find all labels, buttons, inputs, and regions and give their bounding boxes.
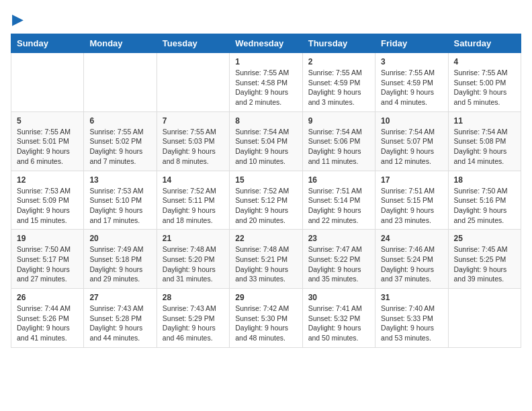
cell-content-line: Sunrise: 7:49 AM bbox=[89, 244, 150, 255]
day-number: 30 bbox=[308, 293, 369, 302]
cell-content-line: Sunset: 5:25 PM bbox=[454, 255, 515, 265]
cell-content-line: Sunset: 5:01 PM bbox=[17, 136, 78, 146]
cell-content-line: Daylight: 9 hours and 22 minutes. bbox=[308, 205, 369, 225]
calendar-cell: 7Sunrise: 7:55 AMSunset: 5:03 PMDaylight… bbox=[157, 111, 229, 171]
cell-content-line: Sunset: 5:00 PM bbox=[454, 78, 515, 88]
cell-content-line: Daylight: 9 hours and 12 minutes. bbox=[381, 146, 442, 166]
cell-content-line: Sunrise: 7:43 AM bbox=[89, 304, 150, 314]
cell-content-line: Sunrise: 7:52 AM bbox=[235, 186, 296, 196]
cell-content-line: Sunset: 5:14 PM bbox=[308, 195, 369, 205]
calendar-cell: 5Sunrise: 7:55 AMSunset: 5:01 PMDaylight… bbox=[11, 111, 84, 171]
cell-content-line: Sunset: 5:33 PM bbox=[381, 314, 442, 324]
calendar-cell bbox=[84, 53, 157, 112]
cell-content-line: Sunrise: 7:52 AM bbox=[163, 186, 224, 196]
day-number: 17 bbox=[381, 175, 442, 185]
cell-content-line: Sunrise: 7:55 AM bbox=[89, 127, 150, 137]
calendar-cell: 2Sunrise: 7:55 AMSunset: 4:59 PMDaylight… bbox=[302, 53, 375, 112]
cell-content-line: Daylight: 9 hours and 15 minutes. bbox=[17, 205, 78, 225]
cell-content-line: Sunset: 5:06 PM bbox=[308, 136, 369, 146]
day-of-week-header: Sunday bbox=[11, 34, 84, 53]
cell-content-line: Sunset: 5:26 PM bbox=[17, 314, 78, 324]
day-number: 2 bbox=[308, 57, 369, 66]
cell-content-line: Sunset: 5:17 PM bbox=[17, 255, 78, 265]
cell-content-line: Sunset: 5:28 PM bbox=[89, 314, 150, 324]
cell-content-line: Daylight: 9 hours and 35 minutes. bbox=[308, 265, 369, 284]
cell-content-line: Sunrise: 7:40 AM bbox=[381, 304, 442, 314]
logo-bird-icon: ▶ bbox=[12, 11, 24, 28]
cell-content-line: Sunrise: 7:54 AM bbox=[308, 127, 369, 137]
day-number: 31 bbox=[381, 293, 442, 302]
cell-content-line: Sunset: 5:18 PM bbox=[89, 255, 150, 265]
calendar-cell: 24Sunrise: 7:46 AMSunset: 5:24 PMDayligh… bbox=[375, 230, 448, 289]
cell-content-line: Sunrise: 7:54 AM bbox=[235, 127, 296, 137]
day-number: 20 bbox=[89, 234, 150, 243]
day-number: 11 bbox=[454, 116, 515, 126]
cell-content-line: Sunset: 5:29 PM bbox=[163, 314, 224, 324]
calendar-cell: 4Sunrise: 7:55 AMSunset: 5:00 PMDaylight… bbox=[448, 53, 521, 112]
day-of-week-header: Thursday bbox=[302, 34, 375, 53]
day-number: 16 bbox=[308, 175, 369, 185]
day-of-week-header: Tuesday bbox=[157, 34, 229, 53]
day-number: 5 bbox=[17, 116, 78, 126]
cell-content-line: Daylight: 9 hours and 48 minutes. bbox=[235, 323, 296, 342]
day-of-week-header: Saturday bbox=[448, 34, 521, 53]
cell-content-line: Daylight: 9 hours and 14 minutes. bbox=[454, 146, 515, 166]
day-number: 15 bbox=[235, 175, 296, 185]
cell-content-line: Sunset: 5:22 PM bbox=[308, 255, 369, 265]
cell-content-line: Sunset: 5:15 PM bbox=[381, 195, 442, 205]
calendar-cell: 28Sunrise: 7:43 AMSunset: 5:29 PMDayligh… bbox=[157, 289, 229, 348]
calendar-cell: 26Sunrise: 7:44 AMSunset: 5:26 PMDayligh… bbox=[11, 289, 84, 348]
cell-content-line: Sunset: 5:21 PM bbox=[235, 255, 296, 265]
calendar-table: SundayMondayTuesdayWednesdayThursdayFrid… bbox=[11, 34, 521, 348]
cell-content-line: Sunset: 5:07 PM bbox=[381, 136, 442, 146]
cell-content-line: Sunset: 5:32 PM bbox=[308, 314, 369, 324]
calendar-cell: 23Sunrise: 7:47 AMSunset: 5:22 PMDayligh… bbox=[302, 230, 375, 289]
cell-content-line: Sunset: 5:04 PM bbox=[235, 136, 296, 146]
cell-content-line: Sunrise: 7:55 AM bbox=[17, 127, 78, 137]
page-header: ▶ bbox=[11, 11, 521, 28]
calendar-cell: 20Sunrise: 7:49 AMSunset: 5:18 PMDayligh… bbox=[84, 230, 157, 289]
day-number: 12 bbox=[17, 175, 78, 185]
calendar-cell: 22Sunrise: 7:48 AMSunset: 5:21 PMDayligh… bbox=[230, 230, 302, 289]
day-number: 22 bbox=[235, 234, 296, 243]
cell-content-line: Daylight: 9 hours and 37 minutes. bbox=[381, 265, 442, 284]
calendar-week-row: 19Sunrise: 7:50 AMSunset: 5:17 PMDayligh… bbox=[11, 230, 521, 289]
cell-content-line: Daylight: 9 hours and 18 minutes. bbox=[163, 205, 224, 225]
cell-content-line: Sunset: 5:03 PM bbox=[163, 136, 224, 146]
calendar-cell: 12Sunrise: 7:53 AMSunset: 5:09 PMDayligh… bbox=[11, 171, 84, 230]
calendar-cell: 11Sunrise: 7:54 AMSunset: 5:08 PMDayligh… bbox=[448, 111, 521, 171]
cell-content-line: Sunrise: 7:42 AM bbox=[235, 304, 296, 314]
cell-content-line: Daylight: 9 hours and 31 minutes. bbox=[163, 265, 224, 284]
calendar-cell: 13Sunrise: 7:53 AMSunset: 5:10 PMDayligh… bbox=[84, 171, 157, 230]
cell-content-line: Sunset: 4:58 PM bbox=[235, 78, 296, 88]
cell-content-line: Daylight: 9 hours and 53 minutes. bbox=[381, 323, 442, 342]
cell-content-line: Sunrise: 7:50 AM bbox=[454, 186, 515, 196]
day-number: 25 bbox=[454, 234, 515, 243]
day-number: 19 bbox=[17, 234, 78, 243]
cell-content-line: Sunrise: 7:53 AM bbox=[89, 186, 150, 196]
day-of-week-header: Wednesday bbox=[230, 34, 302, 53]
calendar-cell: 14Sunrise: 7:52 AMSunset: 5:11 PMDayligh… bbox=[157, 171, 229, 230]
cell-content-line: Sunrise: 7:53 AM bbox=[17, 186, 78, 196]
cell-content-line: Daylight: 9 hours and 11 minutes. bbox=[308, 146, 369, 166]
cell-content-line: Daylight: 9 hours and 2 minutes. bbox=[235, 87, 296, 107]
calendar-cell: 31Sunrise: 7:40 AMSunset: 5:33 PMDayligh… bbox=[375, 289, 448, 348]
cell-content-line: Sunrise: 7:46 AM bbox=[381, 244, 442, 255]
cell-content-line: Sunset: 5:20 PM bbox=[163, 255, 224, 265]
cell-content-line: Sunrise: 7:45 AM bbox=[454, 244, 515, 255]
cell-content-line: Sunrise: 7:55 AM bbox=[454, 68, 515, 78]
day-of-week-header: Friday bbox=[375, 34, 448, 53]
cell-content-line: Daylight: 9 hours and 46 minutes. bbox=[163, 323, 224, 342]
cell-content-line: Sunset: 5:08 PM bbox=[454, 136, 515, 146]
day-number: 1 bbox=[235, 57, 296, 66]
cell-content-line: Daylight: 9 hours and 6 minutes. bbox=[17, 146, 78, 166]
cell-content-line: Daylight: 9 hours and 8 minutes. bbox=[163, 146, 224, 166]
calendar-week-row: 5Sunrise: 7:55 AMSunset: 5:01 PMDaylight… bbox=[11, 111, 521, 171]
calendar-cell bbox=[157, 53, 229, 112]
cell-content-line: Sunset: 5:11 PM bbox=[163, 195, 224, 205]
cell-content-line: Daylight: 9 hours and 3 minutes. bbox=[308, 87, 369, 107]
day-of-week-header: Monday bbox=[84, 34, 157, 53]
day-number: 4 bbox=[454, 57, 515, 66]
day-number: 18 bbox=[454, 175, 515, 185]
calendar-cell: 19Sunrise: 7:50 AMSunset: 5:17 PMDayligh… bbox=[11, 230, 84, 289]
